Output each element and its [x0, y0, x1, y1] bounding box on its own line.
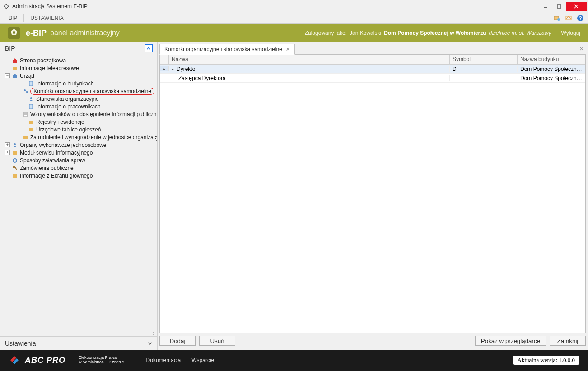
tree-modul[interactable]: +Moduł serwisu informacyjnego — [3, 149, 154, 156]
table-row[interactable]: Zastępca Dyrektora Dom Pomocy Społecznej… — [160, 74, 585, 83]
doc-icon — [28, 80, 34, 87]
menu-settings[interactable]: USTAWIENIA — [26, 14, 68, 23]
tree-info-tele[interactable]: Informacje teleadresowe — [3, 64, 154, 72]
table-row[interactable]: ▸ ▸Dyrektor D Dom Pomocy Społecznej ... — [160, 65, 585, 74]
grid-body: ▸ ▸Dyrektor D Dom Pomocy Społecznej ... … — [160, 65, 585, 333]
tree-zamowienia[interactable]: Zamówienia publiczne — [3, 164, 154, 172]
tree-organy[interactable]: +Organy wykonawcze jednoosobowe — [3, 141, 154, 149]
menu-bip[interactable]: BIP — [4, 14, 22, 23]
login-org: Dom Pomocy Społecznej w Wołomierzu — [384, 30, 486, 36]
help-icon[interactable]: ? — [577, 14, 584, 22]
tree-komorki[interactable]: Komórki organizacyjne i stanowiska samod… — [3, 87, 154, 95]
minimize-button[interactable] — [539, 2, 552, 11]
building-icon — [12, 73, 18, 79]
svg-point-25 — [13, 159, 17, 162]
footer-brand: ABC PRO — [25, 356, 65, 365]
tab-active[interactable]: Komórki organizacyjne i stanowiska samod… — [159, 44, 295, 55]
tree-zatrudnienie[interactable]: Zatrudnienie i wynagrodzenie w jednostce… — [3, 133, 154, 141]
menu-sep — [23, 14, 24, 22]
button-row: Dodaj Usuń Pokaż w przeglądarce Zamknij — [159, 333, 586, 348]
toolbar-icon-2[interactable] — [565, 14, 572, 22]
grid-header: Nazwa Symbol Nazwa budynku — [160, 55, 585, 65]
svg-rect-28 — [13, 174, 17, 178]
tabs-close-all[interactable]: ✕ — [577, 44, 586, 54]
footer-version: Aktualna wersja: 1.0.0.0 — [513, 356, 579, 365]
tree-stanowiska[interactable]: Stanowiska organizacyjne — [3, 95, 154, 103]
tabbar: Komórki organizacyjne i stanowiska samod… — [159, 44, 586, 55]
row-indicator: ▸ — [160, 66, 169, 71]
sidebar-title: BIP — [5, 45, 15, 52]
remove-button[interactable]: Usuń — [199, 336, 235, 346]
svg-line-14 — [25, 90, 27, 92]
banner: e-BIP panel administracyjny Zalogowany j… — [0, 24, 588, 42]
preview-button[interactable]: Pokaż w przeglądarce — [475, 336, 546, 346]
tab-title: Komórki organizacyjne i stanowiska samod… — [164, 46, 282, 52]
svg-rect-22 — [23, 136, 28, 139]
tree-budynki[interactable]: Informacje o budynkach — [3, 80, 154, 87]
tab-close-icon[interactable]: ✕ — [286, 47, 290, 52]
tree-wzory[interactable]: Wzory wniosków o udostępnienie informacj… — [3, 110, 154, 118]
tree-tablice[interactable]: Urzędowe tablice ogłoszeń — [3, 126, 154, 133]
chevron-down-icon — [147, 341, 153, 346]
brand-mark-icon — [9, 354, 20, 366]
svg-rect-10 — [13, 75, 17, 78]
close-tab-button[interactable]: Zamknij — [550, 336, 586, 346]
svg-rect-11 — [29, 81, 33, 86]
tree-urzad[interactable]: −Urząd — [3, 72, 154, 80]
form-icon — [23, 111, 28, 117]
footer-logo: ABC PRO Elektronizacja Prawa w Administr… — [9, 354, 124, 366]
person-icon — [28, 96, 34, 102]
expand-toggle[interactable]: + — [5, 150, 10, 155]
info-icon — [28, 103, 34, 110]
col-name[interactable]: Nazwa — [169, 55, 450, 64]
row-selector-header — [160, 55, 169, 64]
logout-link[interactable]: Wyloguj — [561, 30, 580, 36]
org-icon — [23, 88, 28, 94]
footer: ABC PRO Elektronizacja Prawa w Administr… — [0, 350, 588, 371]
sidebar-footer-settings[interactable]: Ustawienia — [0, 336, 157, 350]
sidebar-splitter[interactable]: ⋮ — [0, 333, 157, 336]
window-title: Administracja Systemem E-BIP — [12, 3, 539, 9]
row-expand-icon[interactable]: ▸ — [172, 67, 174, 71]
svg-rect-24 — [13, 151, 17, 155]
login-label: Zalogowany jako: — [305, 30, 347, 36]
maximize-button[interactable] — [552, 2, 566, 11]
banner-subtitle: panel administracyjny — [50, 29, 120, 37]
app-icon — [3, 3, 9, 9]
menubar: BIP USTAWIENIA ? — [0, 12, 588, 24]
expand-toggle[interactable]: − — [5, 73, 10, 78]
svg-point-8 — [13, 31, 15, 34]
footer-support-link[interactable]: Wsparcie — [191, 357, 214, 363]
svg-point-15 — [30, 97, 32, 99]
login-org-suffix: dzielnice m. st. Warszawy — [489, 30, 551, 36]
banner-logo — [8, 27, 20, 39]
folder-icon — [12, 173, 18, 179]
sidebar-header: BIP — [0, 42, 157, 55]
svg-rect-1 — [557, 5, 561, 8]
expand-toggle[interactable]: + — [5, 142, 10, 147]
sidebar-collapse-button[interactable] — [145, 44, 153, 52]
svg-point-23 — [14, 143, 16, 145]
tree-sposoby[interactable]: Sposoby załatwiania spraw — [3, 156, 154, 164]
hammer-icon — [12, 165, 18, 171]
tree-rejestry[interactable]: Rejestry i ewidencje — [3, 118, 154, 126]
svg-point-5 — [557, 18, 560, 21]
folder-icon — [28, 119, 34, 125]
col-symbol[interactable]: Symbol — [450, 55, 518, 64]
svg-rect-9 — [13, 67, 17, 70]
folder-icon — [12, 65, 18, 71]
add-button[interactable]: Dodaj — [159, 336, 196, 346]
tree-ekran[interactable]: Informacje z Ekranu głównego — [3, 172, 154, 179]
svg-rect-16 — [29, 104, 33, 109]
cell-building: Dom Pomocy Społecznej ... — [518, 66, 585, 72]
footer-doc-link[interactable]: Dokumentacja — [146, 357, 181, 363]
toolbar-icon-1[interactable] — [553, 14, 560, 22]
close-button[interactable] — [566, 2, 587, 11]
tree-start[interactable]: Strona początkowa — [3, 56, 154, 64]
home-icon — [12, 57, 18, 64]
svg-rect-21 — [29, 128, 33, 131]
svg-line-27 — [15, 167, 17, 170]
cell-building: Dom Pomocy Społecznej ... — [518, 75, 585, 81]
tree-pracownicy[interactable]: Informacje o pracownikach — [3, 103, 154, 110]
col-building[interactable]: Nazwa budynku — [518, 55, 585, 64]
